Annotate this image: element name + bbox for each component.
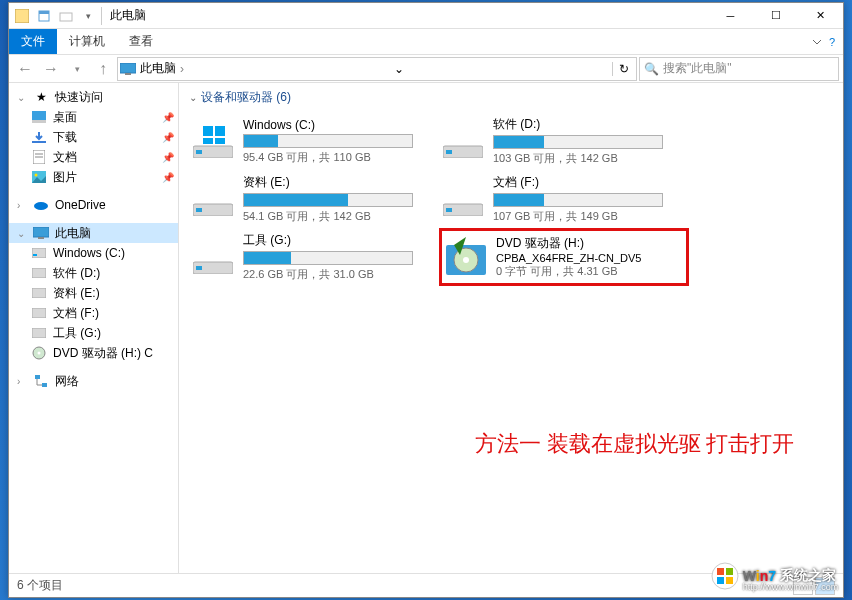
watermark-url: http://www.winwin7.com <box>743 582 839 592</box>
qat-properties-icon[interactable] <box>35 7 53 25</box>
breadcrumb-root[interactable]: 此电脑 <box>140 60 176 77</box>
drive-item[interactable]: 工具 (G:)22.6 GB 可用，共 31.0 GB <box>189 228 439 286</box>
drive-name: 文档 (F:) <box>493 174 687 191</box>
documents-icon <box>31 149 47 165</box>
network-icon <box>33 373 49 389</box>
sidebar-network[interactable]: ›网络 <box>9 371 178 391</box>
star-icon: ★ <box>33 89 49 105</box>
onedrive-icon <box>33 197 49 213</box>
sidebar-drive-e[interactable]: 资料 (E:) <box>9 283 178 303</box>
svg-rect-21 <box>32 308 46 318</box>
drive-name: 资料 (E:) <box>243 174 437 191</box>
minimize-button[interactable]: ─ <box>708 3 753 29</box>
drive-item[interactable]: DVD 驱动器 (H:)CPBA_X64FRE_ZH-CN_DV50 字节 可用… <box>439 228 689 286</box>
explorer-window: ▾ 此电脑 ─ ☐ ✕ 文件 计算机 查看 ? ← → ▾ ↑ 此电脑 ⌄ ↻ … <box>8 2 844 598</box>
close-button[interactable]: ✕ <box>798 3 843 29</box>
svg-rect-31 <box>203 138 213 144</box>
sidebar-item-documents[interactable]: 文档📌 <box>9 147 178 167</box>
sidebar-item-downloads[interactable]: 下载📌 <box>9 127 178 147</box>
sidebar-drive-g[interactable]: 工具 (G:) <box>9 323 178 343</box>
svg-rect-18 <box>33 254 37 256</box>
svg-rect-0 <box>15 9 29 23</box>
drive-stat: 103 GB 可用，共 142 GB <box>493 151 687 166</box>
drive-icon <box>191 119 235 163</box>
maximize-button[interactable]: ☐ <box>753 3 798 29</box>
svg-rect-29 <box>203 126 213 136</box>
drive-name: 软件 (D:) <box>493 116 687 133</box>
sidebar-item-pictures[interactable]: 图片📌 <box>9 167 178 187</box>
sidebar-quickaccess[interactable]: ⌄★快速访问 <box>9 87 178 107</box>
sidebar-drive-d[interactable]: 软件 (D:) <box>9 263 178 283</box>
svg-rect-6 <box>32 111 46 120</box>
sidebar-item-desktop[interactable]: 桌面📌 <box>9 107 178 127</box>
ribbon-tab-file[interactable]: 文件 <box>9 29 57 54</box>
drive-stat: 54.1 GB 可用，共 142 GB <box>243 209 437 224</box>
pictures-icon <box>31 169 47 185</box>
svg-rect-25 <box>35 375 40 379</box>
svg-rect-20 <box>32 288 46 298</box>
search-input[interactable]: 🔍 搜索"此电脑" <box>639 57 839 81</box>
downloads-icon <box>31 129 47 145</box>
sidebar-thispc[interactable]: ⌄此电脑 <box>9 223 178 243</box>
svg-rect-34 <box>446 150 452 154</box>
svg-rect-17 <box>32 248 46 258</box>
desktop-icon <box>31 109 47 125</box>
titlebar: ▾ 此电脑 ─ ☐ ✕ <box>9 3 843 29</box>
svg-rect-16 <box>38 237 44 239</box>
section-header[interactable]: ⌄ 设备和驱动器 (6) <box>189 89 833 106</box>
svg-rect-32 <box>215 138 225 144</box>
svg-rect-15 <box>33 227 49 237</box>
svg-rect-5 <box>125 73 131 75</box>
svg-point-24 <box>38 352 41 355</box>
drive-item[interactable]: Windows (C:)95.4 GB 可用，共 110 GB <box>189 112 439 170</box>
sidebar-drive-f[interactable]: 文档 (F:) <box>9 303 178 323</box>
sidebar-drive-dvd[interactable]: DVD 驱动器 (H:) C <box>9 343 178 363</box>
nav-up-button[interactable]: ↑ <box>91 57 115 81</box>
svg-point-44 <box>712 563 738 589</box>
drive-item[interactable]: 文档 (F:)107 GB 可用，共 149 GB <box>439 170 689 228</box>
svg-point-14 <box>34 202 48 210</box>
thispc-icon <box>33 225 49 241</box>
svg-rect-28 <box>196 150 202 154</box>
qat-newfolder-icon[interactable] <box>57 7 75 25</box>
svg-rect-26 <box>42 383 47 387</box>
drive-name: 工具 (G:) <box>243 232 437 249</box>
nav-back-button[interactable]: ← <box>13 57 37 81</box>
svg-point-43 <box>463 257 469 263</box>
watermark: Win7 系统之家 http://www.winwin7.com <box>711 562 836 590</box>
drive-icon <box>31 245 47 261</box>
address-bar[interactable]: 此电脑 ⌄ ↻ <box>117 57 637 81</box>
drive-stat: 95.4 GB 可用，共 110 GB <box>243 150 437 165</box>
ribbon-tab-computer[interactable]: 计算机 <box>57 29 117 54</box>
collapse-icon: ⌄ <box>189 92 197 103</box>
svg-rect-22 <box>32 328 46 338</box>
refresh-button[interactable]: ↻ <box>612 62 634 76</box>
drive-icon <box>441 119 485 163</box>
svg-rect-46 <box>726 568 733 575</box>
drive-icon <box>31 305 47 321</box>
search-icon: 🔍 <box>644 62 659 76</box>
addr-dropdown-button[interactable]: ⌄ <box>388 62 410 76</box>
dvd-icon <box>31 345 47 361</box>
svg-rect-38 <box>446 208 452 212</box>
svg-rect-30 <box>215 126 225 136</box>
drive-item[interactable]: 软件 (D:)103 GB 可用，共 142 GB <box>439 112 689 170</box>
svg-point-13 <box>35 174 38 177</box>
ribbon-expand-button[interactable]: ? <box>803 29 843 54</box>
drive-name: DVD 驱动器 (H:) <box>496 235 684 252</box>
drive-item[interactable]: 资料 (E:)54.1 GB 可用，共 142 GB <box>189 170 439 228</box>
ribbon-tab-view[interactable]: 查看 <box>117 29 165 54</box>
nav-forward-button[interactable]: → <box>39 57 63 81</box>
status-text: 6 个项目 <box>17 577 63 594</box>
drive-stat: 22.6 GB 可用，共 31.0 GB <box>243 267 437 282</box>
window-title: 此电脑 <box>110 7 146 24</box>
svg-rect-3 <box>60 13 72 21</box>
svg-rect-4 <box>120 63 136 73</box>
qat-dropdown-icon[interactable]: ▾ <box>79 7 97 25</box>
sidebar-drive-c[interactable]: Windows (C:) <box>9 243 178 263</box>
svg-rect-40 <box>196 266 202 270</box>
drive-icon <box>444 235 488 279</box>
nav-history-button[interactable]: ▾ <box>65 57 89 81</box>
sidebar-onedrive[interactable]: ›OneDrive <box>9 195 178 215</box>
svg-rect-45 <box>717 568 724 575</box>
